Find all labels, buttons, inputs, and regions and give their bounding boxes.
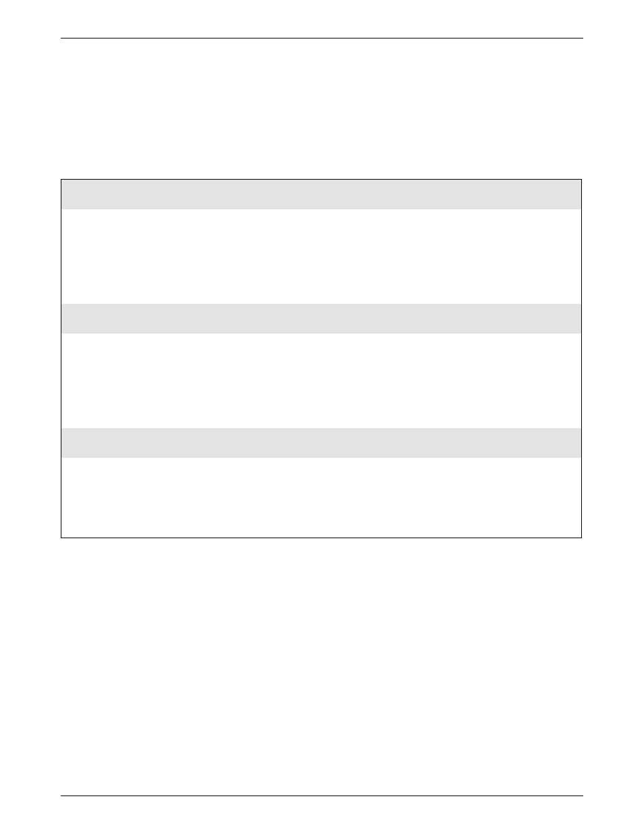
table-section-body <box>61 458 581 538</box>
table-section-header <box>61 304 581 334</box>
table-section-body <box>61 209 581 304</box>
sectioned-table <box>61 179 582 538</box>
top-horizontal-rule <box>61 38 583 38</box>
page-container <box>0 0 644 834</box>
bottom-horizontal-rule <box>61 796 583 796</box>
table-section-body <box>61 334 581 428</box>
table-section-header <box>61 428 581 458</box>
table-section-header <box>61 180 581 209</box>
